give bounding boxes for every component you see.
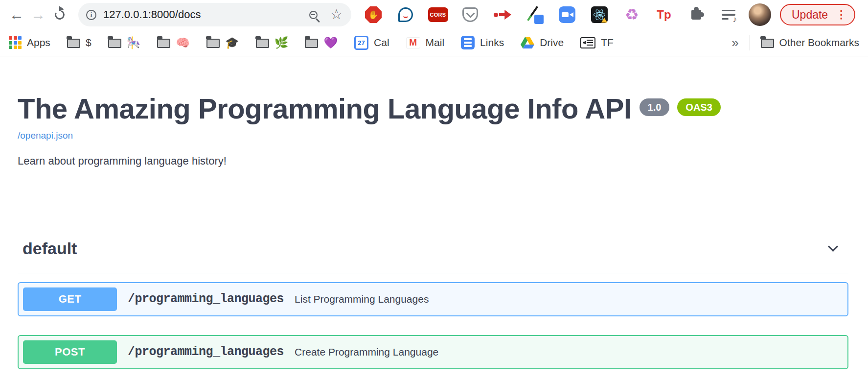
folder-icon bbox=[761, 39, 774, 48]
calendar-icon: 27 bbox=[354, 36, 368, 50]
folder-icon bbox=[305, 39, 318, 48]
back-icon: ← bbox=[9, 7, 24, 22]
tp-extension-button[interactable]: Tp bbox=[655, 4, 673, 25]
folder-icon bbox=[67, 39, 80, 48]
update-button[interactable]: Update ⋮ bbox=[780, 4, 855, 25]
bookmark-label: Drive bbox=[540, 37, 564, 48]
forward-button[interactable]: → bbox=[27, 4, 49, 25]
apps-grid-icon bbox=[9, 36, 22, 49]
redirect-arrow-icon bbox=[494, 6, 511, 23]
zoom-out-icon[interactable] bbox=[309, 11, 318, 19]
back-button[interactable]: ← bbox=[6, 4, 27, 25]
playlist-music-icon: ♪ bbox=[722, 10, 735, 20]
bookmarks-right-cluster: » Other Bookmarks bbox=[731, 35, 859, 50]
operation-post-programming-languages[interactable]: POST /programming_languages Create Progr… bbox=[18, 335, 848, 369]
herb-emoji: 🌿 bbox=[274, 37, 289, 48]
folder-icon bbox=[206, 39, 220, 48]
drive-icon bbox=[521, 37, 534, 49]
bookmark-star-icon[interactable]: ☆ bbox=[330, 8, 343, 22]
brain-emoji: 🧠 bbox=[176, 37, 190, 48]
bookmark-tf[interactable]: TF bbox=[580, 37, 614, 48]
zoom-meeting-extension-button[interactable] bbox=[558, 4, 576, 25]
bookmark-drive[interactable]: Drive bbox=[521, 37, 564, 49]
folder-icon bbox=[157, 39, 170, 48]
bookmark-label: Cal bbox=[374, 37, 389, 48]
bookmark-label: Other Bookmarks bbox=[779, 37, 859, 48]
colorpicker-extension-button[interactable] bbox=[525, 4, 544, 25]
chat-bubble-icon bbox=[398, 7, 413, 22]
bookmark-folder-heart[interactable]: 💜 bbox=[305, 37, 338, 48]
tp-icon: Tp bbox=[657, 9, 671, 21]
react-atom-icon bbox=[591, 6, 608, 23]
adblock-stop-hand-icon: ✋ bbox=[365, 6, 382, 23]
reload-button[interactable] bbox=[49, 4, 70, 25]
forward-icon: → bbox=[31, 7, 46, 22]
version-badge: 1.0 bbox=[640, 98, 670, 116]
collapse-chevron-icon[interactable] bbox=[828, 241, 838, 252]
operation-summary: List Programming Languages bbox=[295, 293, 429, 305]
extensions-menu-button[interactable] bbox=[687, 4, 706, 25]
folder-icon bbox=[256, 39, 269, 48]
operation-summary: Create Programming Language bbox=[295, 346, 438, 358]
swagger-ui-page: The Amazing Programming Language Info AP… bbox=[0, 56, 868, 369]
gmail-icon: M bbox=[406, 37, 420, 48]
react-devtools-extension-button[interactable] bbox=[590, 4, 609, 25]
api-description: Learn about programming language history… bbox=[18, 155, 848, 167]
carousel-horse-emoji: 🎠 bbox=[127, 37, 141, 48]
kebab-menu-icon: ⋮ bbox=[836, 8, 846, 21]
redirect-extension-button[interactable] bbox=[493, 4, 512, 25]
bookmarks-overflow-chevron[interactable]: » bbox=[731, 36, 738, 49]
bookmark-calendar[interactable]: 27 Cal bbox=[354, 36, 389, 50]
page-info-icon[interactable]: i bbox=[86, 10, 96, 20]
address-bar[interactable]: i 127.0.0.1:8000/docs ☆ bbox=[78, 3, 351, 26]
recycle-icon: ♻ bbox=[625, 7, 639, 23]
bookmark-folder-gradcap[interactable]: 🎓 bbox=[206, 37, 239, 48]
page-title: The Amazing Programming Language Info AP… bbox=[18, 93, 632, 125]
api-info-header: The Amazing Programming Language Info AP… bbox=[18, 93, 848, 125]
tag-section-default: default GET /programming_languages List … bbox=[18, 239, 848, 369]
bookmark-label: Mail bbox=[426, 37, 445, 48]
other-bookmarks[interactable]: Other Bookmarks bbox=[761, 37, 859, 48]
oas3-badge: OAS3 bbox=[677, 98, 720, 116]
tag-section-header[interactable]: default bbox=[18, 239, 848, 273]
operation-path: /programming_languages bbox=[128, 292, 284, 306]
bookmark-mail[interactable]: M Mail bbox=[406, 37, 445, 48]
bookmark-folder-carousel[interactable]: 🎠 bbox=[108, 37, 141, 48]
links-doc-icon bbox=[461, 36, 475, 49]
http-method-badge: POST bbox=[23, 340, 117, 364]
puzzle-piece-icon bbox=[691, 10, 701, 20]
bookmark-apps[interactable]: Apps bbox=[9, 36, 50, 49]
playlist-extension-button[interactable]: ♪ bbox=[719, 4, 738, 25]
bookmark-links[interactable]: Links bbox=[461, 36, 504, 49]
bookmark-label: TF bbox=[601, 37, 614, 48]
cors-icon: CORS bbox=[428, 7, 448, 22]
openapi-spec-link[interactable]: /openapi.json bbox=[18, 130, 73, 141]
folder-icon bbox=[108, 39, 121, 48]
url-text[interactable]: 127.0.0.1:8000/docs bbox=[103, 8, 201, 21]
video-camera-icon bbox=[559, 6, 575, 23]
bookmark-folder-brain[interactable]: 🧠 bbox=[157, 37, 190, 48]
purple-heart-emoji: 💜 bbox=[323, 37, 338, 48]
extensions-cluster: ✋ CORS ♻ Tp ♪ bbox=[364, 4, 738, 25]
tag-name: default bbox=[23, 239, 77, 258]
bookmark-folder-herb[interactable]: 🌿 bbox=[256, 37, 289, 48]
recycle-extension-button[interactable]: ♻ bbox=[622, 4, 641, 25]
bookmarks-divider bbox=[750, 35, 750, 50]
chat-extension-button[interactable] bbox=[396, 4, 415, 25]
profile-avatar[interactable] bbox=[749, 3, 771, 26]
adblock-extension-button[interactable]: ✋ bbox=[364, 4, 383, 25]
browser-toolbar: ← → i 127.0.0.1:8000/docs ☆ ✋ CORS bbox=[0, 0, 868, 29]
operation-get-programming-languages[interactable]: GET /programming_languages List Programm… bbox=[18, 282, 848, 316]
pocket-extension-button[interactable] bbox=[461, 4, 480, 25]
bookmarks-bar: Apps $ 🎠 🧠 🎓 🌿 💜 27 Cal M Mail Links Dri… bbox=[0, 29, 868, 56]
tf-card-icon bbox=[580, 37, 595, 48]
bookmark-label: Apps bbox=[27, 37, 50, 48]
update-label: Update bbox=[792, 8, 828, 22]
bookmark-folder-dollar[interactable]: $ bbox=[67, 37, 91, 48]
bookmark-label: $ bbox=[86, 37, 91, 48]
reload-icon bbox=[53, 8, 66, 21]
graduation-cap-emoji: 🎓 bbox=[225, 37, 239, 48]
cors-extension-button[interactable]: CORS bbox=[429, 4, 447, 25]
bookmark-label: Links bbox=[480, 37, 504, 48]
eyedropper-icon bbox=[526, 5, 544, 24]
